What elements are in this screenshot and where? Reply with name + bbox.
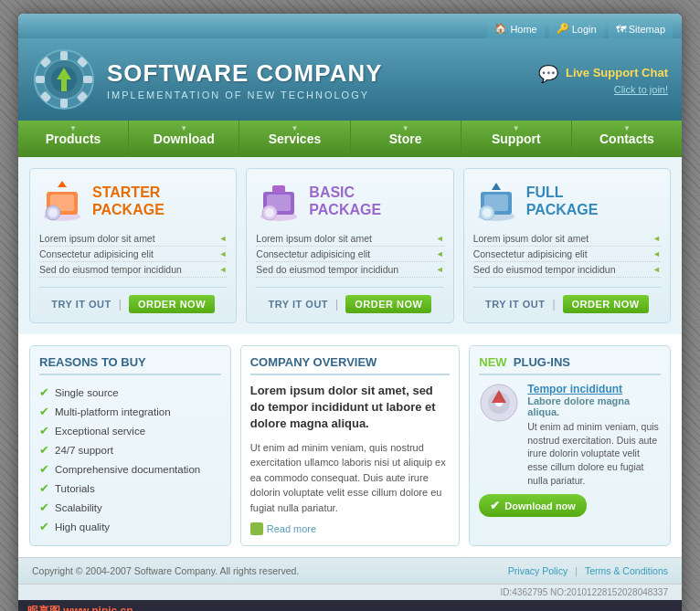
reason-item-3: ✔ Exceptional service xyxy=(39,421,221,440)
full-order-button[interactable]: ORDER NOW xyxy=(563,295,649,313)
terms-label: Terms & Conditions xyxy=(585,565,668,576)
full-separator: | xyxy=(552,298,555,311)
nav-download[interactable]: Download xyxy=(129,121,239,157)
full-package-card: FULL PACKAGE Lorem ipsum dolor sit amet … xyxy=(463,168,671,323)
starter-order-button[interactable]: ORDER NOW xyxy=(129,295,215,313)
reason-text-8: High quality xyxy=(55,521,110,532)
reason-item-5: ✔ Comprehensive documentation xyxy=(39,459,221,479)
starter-feature-2: Consectetur adipisicing elit xyxy=(39,247,227,262)
basic-feature-2: Consectetur adipisicing elit xyxy=(256,247,443,262)
full-title: FULL PACKAGE xyxy=(526,184,599,218)
basic-order-button[interactable]: ORDER NOW xyxy=(345,295,431,313)
login-label: Login xyxy=(572,24,597,35)
copyright-text: Copyright © 2004-2007 Software Company. … xyxy=(32,565,299,576)
company-overview-box: COMPANY OVERVIEW Lorem ipsum dolor sit a… xyxy=(240,345,461,546)
reason-text-1: Single source xyxy=(55,387,119,398)
company-name: SOFTWARE COMPANY xyxy=(107,59,383,88)
header: SOFTWARE COMPANY IMPLEMENTATION OF NEW T… xyxy=(18,38,682,121)
nav-products[interactable]: Products xyxy=(18,121,129,157)
id-text: ID:4362795 NO:20101228152028048337 xyxy=(501,587,669,597)
nav-services[interactable]: Services xyxy=(239,121,350,157)
basic-try-link[interactable]: TRY IT OUT xyxy=(269,299,329,310)
reason-item-7: ✔ Scalability xyxy=(39,498,221,517)
full-package-icon xyxy=(473,178,519,224)
plugins-title-new: NEW xyxy=(479,355,506,369)
download-icon: ✔ xyxy=(490,499,500,512)
nav-contacts[interactable]: Contacts xyxy=(572,121,682,157)
overview-title: COMPANY OVERVIEW xyxy=(250,355,451,375)
plugins-box: NEW PLUG-INS Tempor incididunt Labore do… xyxy=(469,345,671,546)
login-link[interactable]: 🔑 Login xyxy=(549,19,604,38)
chat-bubble-icon: 💬 xyxy=(538,65,558,83)
svg-point-28 xyxy=(483,208,492,217)
read-more-label: Read more xyxy=(267,523,316,534)
plugin-content: Tempor incididunt Labore dolore magna al… xyxy=(527,383,661,487)
svg-marker-17 xyxy=(58,181,67,187)
reason-item-2: ✔ Multi-platform integration xyxy=(39,402,221,421)
reason-item-1: ✔ Single source xyxy=(39,383,221,402)
svg-point-22 xyxy=(265,208,274,217)
basic-package-header: BASIC PACKAGE xyxy=(256,178,443,224)
logo-text: SOFTWARE COMPANY IMPLEMENTATION OF NEW T… xyxy=(107,59,383,100)
full-feature-3: Sed do eiusmod tempor incididun xyxy=(473,262,661,278)
home-link[interactable]: 🏠 Home xyxy=(487,19,544,38)
check-icon-8: ✔ xyxy=(39,520,49,533)
nav-support[interactable]: Support xyxy=(461,121,572,157)
plugins-title: NEW PLUG-INS xyxy=(479,355,661,375)
nav-store-label: Store xyxy=(389,132,422,146)
watermark-brand: 昵享图 www.nipic.cn xyxy=(27,604,133,611)
nav-contacts-label: Contacts xyxy=(599,132,654,146)
live-support-area: 💬 Live Support Chat Click to join! xyxy=(538,64,668,95)
top-navigation: 🏠 Home 🔑 Login 🗺 Sitemap xyxy=(487,14,673,38)
sitemap-link[interactable]: 🗺 Sitemap xyxy=(609,19,673,38)
nav-support-label: Support xyxy=(492,132,541,146)
logo-icon xyxy=(32,47,96,111)
overview-body: Ut enim ad minim veniam, quis nostrud ex… xyxy=(250,440,451,516)
starter-separator: | xyxy=(119,298,122,311)
live-support-link[interactable]: Click to join! xyxy=(538,84,668,95)
basic-feature-3: Sed do eiusmod tempor incididun xyxy=(256,262,443,278)
nav-services-label: Services xyxy=(269,132,322,146)
read-more-link[interactable]: Read more xyxy=(250,522,451,535)
privacy-policy-link[interactable]: Privacy Policy xyxy=(508,565,567,576)
basic-separator: | xyxy=(335,298,338,311)
packages-section: STARTER PACKAGE Lorem ipsum dolor sit am… xyxy=(18,157,682,334)
svg-rect-5 xyxy=(83,76,92,83)
id-bar: ID:4362795 NO:20101228152028048337 xyxy=(18,584,682,600)
svg-point-16 xyxy=(48,208,58,217)
home-label: Home xyxy=(510,24,536,35)
company-name-part1: SOFTWARE xyxy=(107,59,249,87)
terms-link[interactable]: Terms & Conditions xyxy=(585,565,668,576)
full-feature-1: Lorem ipsum dolor sit amet xyxy=(473,231,661,247)
plugin-icon xyxy=(479,383,520,424)
footer: Copyright © 2004-2007 Software Company. … xyxy=(18,557,682,584)
svg-rect-3 xyxy=(60,99,68,108)
watermark: 昵享图 www.nipic.cn xyxy=(18,600,682,611)
svg-rect-2 xyxy=(60,51,68,60)
full-try-link[interactable]: TRY IT OUT xyxy=(485,299,546,310)
privacy-label: Privacy Policy xyxy=(508,565,567,576)
download-now-button[interactable]: ✔ Download now xyxy=(479,494,587,517)
logo-area: SOFTWARE COMPANY IMPLEMENTATION OF NEW T… xyxy=(32,47,383,111)
check-icon-1: ✔ xyxy=(39,385,49,399)
basic-features: Lorem ipsum dolor sit amet Consectetur a… xyxy=(256,231,443,278)
home-icon: 🏠 xyxy=(494,23,507,35)
plugin-subtitle: Labore dolore magna aliqua. xyxy=(527,395,661,417)
check-icon-4: ✔ xyxy=(39,443,49,457)
check-icon-7: ✔ xyxy=(39,500,49,514)
starter-try-link[interactable]: TRY IT OUT xyxy=(51,299,111,310)
plugin-item: Tempor incididunt Labore dolore magna al… xyxy=(479,383,661,487)
reason-text-3: Exceptional service xyxy=(55,426,145,437)
full-feature-2: Consectetur adipisicing elit xyxy=(473,247,661,262)
nav-products-label: Products xyxy=(46,132,101,146)
check-icon-6: ✔ xyxy=(39,481,49,495)
nav-store[interactable]: Store xyxy=(351,121,461,157)
plugin-body: Ut enim ad minim veniam, quis nostrud ex… xyxy=(527,420,661,487)
reason-text-6: Tutorials xyxy=(55,483,95,494)
download-label: Download now xyxy=(504,500,576,511)
basic-package-icon xyxy=(256,178,302,224)
basic-title: BASIC PACKAGE xyxy=(309,184,381,218)
starter-title: STARTER PACKAGE xyxy=(92,184,164,218)
basic-package-card: BASIC PACKAGE Lorem ipsum dolor sit amet… xyxy=(246,168,453,323)
reasons-title: REASONS TO BUY xyxy=(39,355,221,375)
